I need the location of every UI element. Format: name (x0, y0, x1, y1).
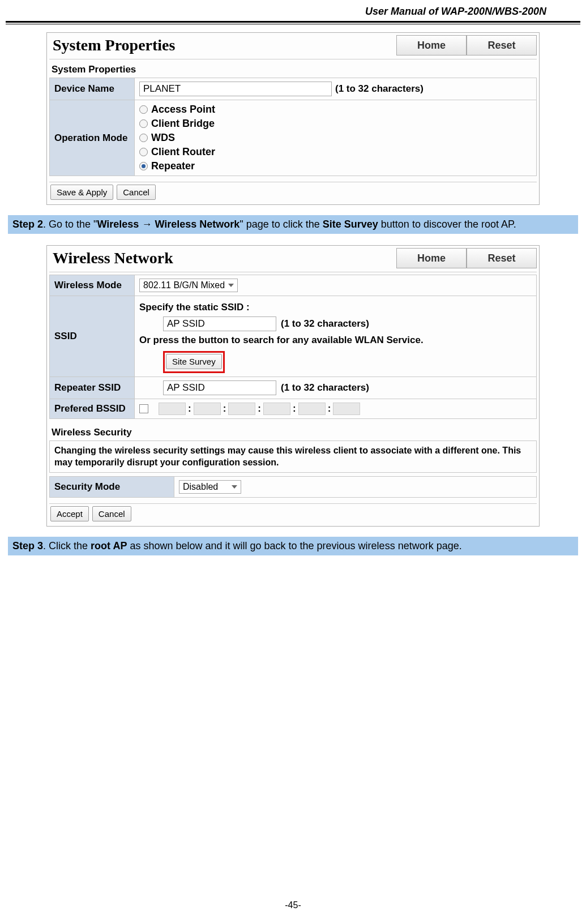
bssid-oct3[interactable] (228, 403, 255, 415)
wireless-network-panel: Wireless Network Home Reset Wireless Mod… (46, 245, 540, 527)
operation-mode-label: Operation Mode (50, 100, 135, 176)
wireless-security-label: Wireless Security (47, 425, 539, 440)
char-hint: (1 to 32 characters) (335, 83, 424, 95)
reset-button[interactable]: Reset (467, 248, 537, 268)
device-name-input[interactable] (139, 82, 332, 96)
bssid-oct6[interactable] (333, 403, 360, 415)
reset-button[interactable]: Reset (467, 35, 537, 55)
ssid-or-text: Or press the button to search for any av… (139, 332, 532, 349)
bssid-oct2[interactable] (194, 403, 221, 415)
ssid-static-text: Specify the static SSID : (139, 300, 532, 316)
home-button[interactable]: Home (396, 248, 467, 268)
cancel-button[interactable]: Cancel (92, 506, 131, 521)
system-properties-panel: System Properties Home Reset System Prop… (46, 32, 540, 205)
bssid-oct1[interactable] (159, 403, 186, 415)
panel-title: Wireless Network (49, 247, 177, 270)
step3-label: Step 3 (12, 540, 43, 551)
accept-button[interactable]: Accept (50, 506, 89, 521)
bssid-oct5[interactable] (298, 403, 326, 415)
repeater-ssid-input[interactable] (163, 380, 276, 395)
bssid-checkbox[interactable] (139, 404, 148, 413)
char-hint: (1 to 32 characters) (281, 316, 369, 332)
step2-bar: Step 2. Go to the "Wireless → Wireless N… (8, 215, 578, 234)
page-number: -45- (0, 883, 586, 922)
repeater-ssid-label: Repeater SSID (50, 377, 135, 399)
section-label: System Properties (47, 62, 539, 78)
ssid-input[interactable] (163, 316, 276, 331)
step2-label: Step 2 (12, 219, 43, 230)
mode-wds[interactable]: WDS (139, 132, 532, 144)
step3-bar: Step 3. Click the root AP as shown below… (8, 537, 578, 555)
save-apply-button[interactable]: Save & Apply (50, 185, 113, 200)
security-warning: Changing the wireless security settings … (49, 440, 537, 473)
security-mode-label: Security Mode (50, 476, 174, 497)
wireless-mode-label: Wireless Mode (50, 275, 135, 296)
device-name-label: Device Name (50, 78, 135, 100)
security-table: Security Mode Disabled (49, 476, 537, 498)
mode-client-bridge[interactable]: Client Bridge (139, 118, 532, 130)
config-table: Device Name (1 to 32 characters) Operati… (49, 78, 537, 176)
security-mode-select[interactable]: Disabled (179, 480, 241, 494)
cancel-button[interactable]: Cancel (117, 185, 156, 200)
site-survey-button[interactable]: Site Survey (166, 354, 222, 369)
mode-repeater[interactable]: Repeater (139, 160, 532, 172)
bssid-label: Prefered BSSID (50, 399, 135, 418)
char-hint: (1 to 32 characters) (281, 382, 369, 393)
header-rule-thin (6, 24, 580, 24)
mode-ap[interactable]: Access Point (139, 104, 532, 116)
mode-client-router[interactable]: Client Router (139, 146, 532, 158)
header-rule-thick (6, 21, 580, 23)
arrow-icon: → (142, 219, 152, 230)
site-survey-highlight: Site Survey (163, 351, 225, 373)
bssid-oct4[interactable] (263, 403, 290, 415)
home-button[interactable]: Home (396, 35, 467, 55)
wireless-mode-select[interactable]: 802.11 B/G/N Mixed (139, 279, 238, 292)
panel-title: System Properties (49, 34, 178, 57)
ssid-label: SSID (50, 296, 135, 377)
doc-header: User Manual of WAP-200N/WBS-200N (6, 6, 580, 21)
wireless-config-table: Wireless Mode 802.11 B/G/N Mixed SSID Sp… (49, 275, 537, 419)
